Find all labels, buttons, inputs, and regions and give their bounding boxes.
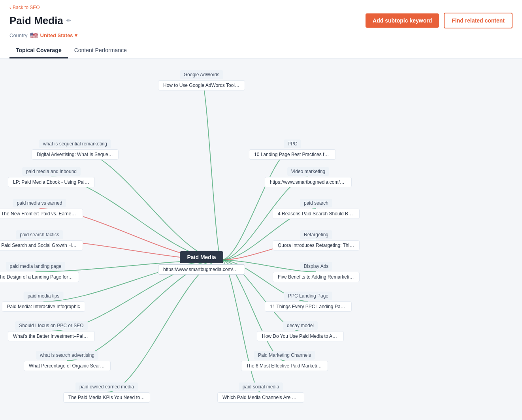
topic-chip-decay-model: decay model xyxy=(283,321,318,330)
topic-chip-paid-media-landing-page: paid media landing page xyxy=(6,262,66,271)
node-what-search-advertising[interactable]: what is search advertisingWhat Percentag… xyxy=(24,351,111,371)
topic-chip-paid-media-vs-earned: paid media vs earned xyxy=(13,199,66,207)
content-chip-paid-media-landing-page: The Design of a Landing Page for Your ..… xyxy=(0,272,79,282)
add-subtopic-button[interactable]: Add subtopic keyword xyxy=(366,13,439,28)
content-chip-display-ads: Five Benefits to Adding Remarketing to .… xyxy=(273,272,360,282)
node-paid-search-tactics[interactable]: paid search tacticsPaid Search and Socia… xyxy=(0,230,83,250)
page-title: Paid Media xyxy=(9,15,63,27)
content-chip-paid-search: 4 Reasons Paid Search Should Be Part o..… xyxy=(273,209,360,219)
node-paid-media-tips[interactable]: paid media tipsPaid Media: Interactive I… xyxy=(2,292,85,312)
back-link[interactable]: ‹ Back to SEO xyxy=(9,5,513,10)
center-node[interactable]: Paid Media https://www.smartbugmedia.com… xyxy=(158,251,245,275)
country-flag: 🇺🇸 xyxy=(30,32,38,39)
content-chip-what-is-seq-remarketing: Digital Advertising: What Is Sequential … xyxy=(32,149,119,160)
country-row: Country 🇺🇸 United States ▾ xyxy=(9,32,513,39)
topic-chip-retargeting: Retargeting xyxy=(300,230,332,239)
main-content: Paid Media https://www.smartbugmedia.com… xyxy=(0,58,522,406)
content-chip-paid-search-tactics: Paid Search and Social Growth Hacking ..… xyxy=(0,240,83,250)
topic-chip-paid-search-tactics: paid search tactics xyxy=(16,230,63,239)
tab-content-performance[interactable]: Content Performance xyxy=(68,43,133,58)
content-chip-paid-media-vs-earned: The New Frontier: Paid vs. Earned Media xyxy=(0,209,83,219)
country-selector[interactable]: United States ▾ xyxy=(40,32,77,38)
content-chip-ppc: 10 Landing Page Best Practices for PPC .… xyxy=(249,149,336,160)
topic-chip-google-adwords: Google AdWords xyxy=(180,70,224,79)
node-paid-social-media[interactable]: paid social mediaWhich Paid Media Channe… xyxy=(217,382,304,403)
title-left: Paid Media ✏ xyxy=(9,15,71,27)
node-paid-media-and-inbound[interactable]: paid media and inboundLP: Paid Media Ebo… xyxy=(8,167,95,187)
topic-chip-ppc: PPC xyxy=(284,139,302,148)
node-ppc-landing-page[interactable]: PPC Landing Page11 Things Every PPC Land… xyxy=(265,292,352,312)
topic-chip-paid-media-tips: paid media tips xyxy=(24,292,64,300)
content-chip-paid-media-tips: Paid Media: Interactive Infographic xyxy=(2,301,85,312)
content-chip-google-adwords: How to Use Google AdWords Tools to R... xyxy=(158,80,245,90)
content-chip-decay-model: How Do You Use Paid Media to Acceler... xyxy=(257,331,344,341)
center-topic-chip: Paid Media xyxy=(180,251,223,263)
center-content-chip: https://www.smartbugmedia.com/paid-... xyxy=(158,264,245,275)
country-label: Country xyxy=(9,32,28,38)
chevron-down-icon: ▾ xyxy=(75,32,77,38)
back-arrow-icon: ‹ xyxy=(9,5,11,10)
node-paid-media-landing-page[interactable]: paid media landing pageThe Design of a L… xyxy=(0,262,79,282)
node-focus-ppc-seo[interactable]: Should I focus on PPC or SEOWhat's the B… xyxy=(8,321,95,341)
node-paid-marketing-channels[interactable]: Paid Marketing ChannelsThe 6 Most Effect… xyxy=(241,351,328,371)
content-chip-retargeting: Quora Introduces Retargeting: This We... xyxy=(273,240,360,250)
topic-chip-paid-owned-earned: paid owned earned media xyxy=(75,382,138,391)
title-row: Paid Media ✏ Add subtopic keyword Find r… xyxy=(9,13,513,28)
content-chip-paid-owned-earned: The Paid Media KPIs You Need to Be M... xyxy=(63,392,150,403)
content-chip-what-search-advertising: What Percentage of Organic Search Sh... xyxy=(24,361,111,371)
content-chip-paid-media-and-inbound: LP: Paid Media Ebook - Using Paid Medi..… xyxy=(8,177,95,187)
node-retargeting[interactable]: RetargetingQuora Introduces Retargeting:… xyxy=(273,230,360,250)
node-what-is-seq-remarketing[interactable]: what is sequential remarketingDigital Ad… xyxy=(32,139,119,160)
topic-chip-ppc-landing-page: PPC Landing Page xyxy=(284,292,332,300)
topic-chip-focus-ppc-seo: Should I focus on PPC or SEO xyxy=(15,321,87,330)
page-header: ‹ Back to SEO Paid Media ✏ Add subtopic … xyxy=(0,0,522,58)
node-google-adwords[interactable]: Google AdWordsHow to Use Google AdWords … xyxy=(158,70,245,90)
topic-chip-video-marketing: Video marketing xyxy=(287,167,330,176)
edit-icon[interactable]: ✏ xyxy=(66,17,71,24)
node-paid-media-vs-earned[interactable]: paid media vs earnedThe New Frontier: Pa… xyxy=(0,199,83,219)
mind-map: Paid Media https://www.smartbugmedia.com… xyxy=(8,66,514,398)
content-chip-ppc-landing-page: 11 Things Every PPC Landing Page Needs xyxy=(265,301,352,312)
content-chip-focus-ppc-seo: What's the Better Investment–Paid Sear..… xyxy=(8,331,95,341)
node-decay-model[interactable]: decay modelHow Do You Use Paid Media to … xyxy=(257,321,344,341)
find-related-content-button[interactable]: Find related content xyxy=(444,13,513,28)
topic-chip-paid-social-media: paid social media xyxy=(239,382,283,391)
content-chip-paid-social-media: Which Paid Media Channels Are Best fo... xyxy=(217,392,304,403)
content-chip-paid-marketing-channels: The 6 Most Effective Paid Marketing Ch..… xyxy=(241,361,328,371)
topic-chip-paid-marketing-channels: Paid Marketing Channels xyxy=(254,351,315,360)
title-right: Add subtopic keyword Find related conten… xyxy=(366,13,513,28)
node-paid-owned-earned[interactable]: paid owned earned mediaThe Paid Media KP… xyxy=(63,382,150,403)
tab-bar: Topical Coverage Content Performance xyxy=(9,43,513,58)
topic-chip-paid-search: paid search xyxy=(300,199,332,207)
tab-topical-coverage[interactable]: Topical Coverage xyxy=(9,43,68,58)
node-display-ads[interactable]: Display AdsFive Benefits to Adding Remar… xyxy=(273,262,360,282)
node-ppc[interactable]: PPC10 Landing Page Best Practices for PP… xyxy=(249,139,336,160)
topic-chip-paid-media-and-inbound: paid media and inbound xyxy=(22,167,81,176)
topic-chip-display-ads: Display Ads xyxy=(300,262,333,271)
topic-chip-what-search-advertising: what is search advertising xyxy=(36,351,98,360)
content-chip-video-marketing: https://www.smartbugmedia.com/blog... xyxy=(265,177,352,187)
topic-chip-what-is-seq-remarketing: what is sequential remarketing xyxy=(39,139,111,148)
node-paid-search[interactable]: paid search4 Reasons Paid Search Should … xyxy=(273,199,360,219)
node-video-marketing[interactable]: Video marketinghttps://www.smartbugmedia… xyxy=(265,167,352,187)
